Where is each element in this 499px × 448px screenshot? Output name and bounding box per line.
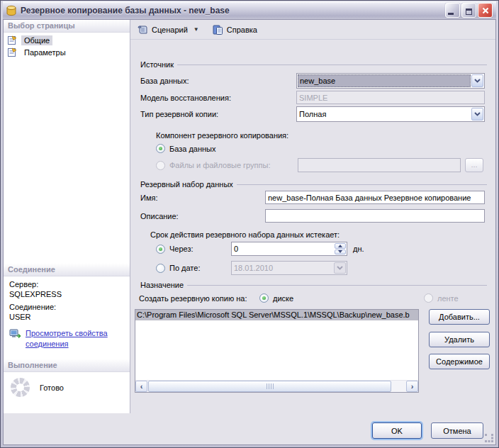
add-button[interactable]: Добавить... bbox=[429, 309, 490, 325]
backup-set-group-header: Резервный набор данных bbox=[140, 179, 490, 189]
dialog-body: Выбор страницы Общие bbox=[3, 19, 496, 445]
chevron-down-icon bbox=[334, 262, 346, 274]
name-field[interactable]: new_base-Полная База данных Резервное ко… bbox=[265, 191, 485, 204]
backup-type-label: Тип резервной копии: bbox=[140, 110, 296, 118]
database-label: База данных: bbox=[140, 77, 296, 85]
sidebar: Выбор страницы Общие bbox=[4, 20, 130, 413]
expire-on-date-radio-label: По дате: bbox=[169, 264, 200, 272]
dropdown-arrow-icon: ▼ bbox=[194, 26, 199, 33]
disk-radio-label: диске bbox=[273, 294, 293, 303]
scroll-left-icon[interactable]: ‹ bbox=[135, 381, 147, 392]
backup-type-combobox[interactable]: Полная bbox=[296, 106, 485, 122]
close-icon bbox=[482, 7, 489, 14]
days-units-label: дн. bbox=[353, 245, 364, 253]
arrow-up-icon bbox=[338, 245, 342, 247]
source-group-header: Источник bbox=[140, 60, 490, 69]
toolbar: Сценарий ▼ Сп bbox=[130, 20, 495, 40]
browse-button[interactable]: ... bbox=[465, 158, 483, 172]
dialog-window: Резервное копирование базы данных - new_… bbox=[0, 0, 499, 448]
maximize-button[interactable] bbox=[461, 3, 476, 18]
sidebar-item-general[interactable]: Общие bbox=[4, 34, 130, 46]
description-field[interactable] bbox=[265, 209, 485, 223]
tape-radio[interactable] bbox=[424, 293, 433, 303]
sidebar-item-options[interactable]: Параметры bbox=[4, 46, 130, 58]
main-panel: Сценарий ▼ Сп bbox=[130, 20, 495, 413]
cancel-button[interactable]: Отмена bbox=[431, 422, 483, 439]
page-edit-icon bbox=[7, 47, 18, 57]
expire-after-radio[interactable] bbox=[156, 245, 165, 254]
contents-button[interactable]: Содержимое bbox=[429, 354, 490, 369]
pages-help-icon bbox=[212, 24, 223, 35]
arrow-down-icon bbox=[338, 250, 342, 253]
titlebar: Резервное копирование базы данных - new_… bbox=[3, 1, 496, 19]
name-label: Имя: bbox=[140, 194, 265, 202]
recovery-model-field: SIMPLE bbox=[296, 91, 485, 104]
progress-header: Выполнение bbox=[4, 359, 130, 372]
window-title: Резервное копирование базы данных - new_… bbox=[21, 6, 442, 16]
minimize-icon bbox=[448, 13, 454, 15]
backup-component-label: Компонент резервного копирования: bbox=[156, 131, 288, 140]
connection-label: Соединение: bbox=[9, 302, 124, 312]
list-item[interactable]: C:\Program Files\Microsoft SQL Server\MS… bbox=[135, 310, 418, 320]
general-page-panel: Источник База данных: new_base Модель во… bbox=[130, 40, 495, 413]
destination-group-header: Назначение bbox=[140, 280, 490, 290]
view-connection-properties-link[interactable]: Просмотреть свойства соединения bbox=[26, 328, 116, 349]
close-button[interactable] bbox=[478, 3, 493, 18]
files-filegroups-field bbox=[298, 158, 461, 172]
scroll-icon bbox=[137, 24, 148, 35]
database-combobox-value: new_base bbox=[298, 74, 471, 87]
expire-after-spinner[interactable]: 0 bbox=[231, 242, 347, 256]
page-edit-icon bbox=[7, 35, 18, 45]
tape-radio-label: ленте bbox=[437, 294, 459, 303]
chevron-down-icon[interactable] bbox=[471, 74, 483, 87]
page-selection-header: Выбор страницы bbox=[4, 20, 130, 33]
database-component-radio-label: База данных bbox=[169, 145, 216, 153]
scroll-right-icon[interactable]: › bbox=[406, 381, 418, 392]
server-label: Сервер: bbox=[9, 279, 124, 289]
chevron-down-icon[interactable] bbox=[471, 108, 483, 121]
help-button-label: Справка bbox=[227, 26, 257, 34]
server-info: Сервер: SQLEXPRESS bbox=[4, 276, 130, 299]
server-value: SQLEXPRESS bbox=[9, 289, 124, 299]
maximize-icon bbox=[466, 9, 472, 15]
backup-destinations-list[interactable]: C:\Program Files\Microsoft SQL Server\MS… bbox=[135, 309, 419, 393]
minimize-button[interactable] bbox=[445, 3, 460, 18]
backup-type-combobox-value: Полная bbox=[297, 107, 471, 121]
resize-grip-icon[interactable] bbox=[485, 434, 493, 442]
expire-after-value: 0 bbox=[232, 242, 334, 255]
scrollbar-track[interactable] bbox=[147, 381, 406, 392]
script-button[interactable]: Сценарий ▼ bbox=[135, 23, 201, 37]
expire-after-radio-label: Через: bbox=[169, 245, 194, 253]
spin-down-button[interactable] bbox=[335, 250, 346, 255]
script-button-label: Сценарий bbox=[152, 26, 188, 34]
recovery-model-label: Модель восстановления: bbox=[140, 94, 296, 102]
computer-link-icon bbox=[9, 328, 21, 340]
database-icon bbox=[6, 5, 17, 16]
spin-up-button[interactable] bbox=[335, 243, 346, 249]
connection-value: USER bbox=[9, 312, 124, 322]
backup-to-label: Создать резервную копию на: bbox=[139, 294, 259, 303]
expire-date-value: 18.01.2010 bbox=[232, 262, 333, 274]
description-label: Описание: bbox=[140, 212, 265, 220]
files-filegroups-radio-label: Файлы и файловые группы: bbox=[169, 161, 270, 169]
progress-status: Готово bbox=[40, 383, 64, 392]
expiration-label: Срок действия резервного набора данных и… bbox=[150, 230, 340, 239]
remove-button[interactable]: Удалить bbox=[429, 332, 490, 347]
footer: OK Отмена bbox=[4, 413, 495, 444]
expire-on-date-radio[interactable] bbox=[156, 264, 165, 273]
help-button[interactable]: Справка bbox=[210, 23, 259, 37]
progress-ring-icon bbox=[11, 378, 30, 397]
scrollbar-thumb[interactable] bbox=[148, 381, 391, 392]
database-component-radio[interactable] bbox=[156, 144, 165, 153]
connection-info: Соединение: USER bbox=[4, 299, 130, 322]
expire-date-combobox: 18.01.2010 bbox=[231, 261, 347, 275]
database-combobox[interactable]: new_base bbox=[296, 73, 485, 89]
sidebar-item-label: Параметры bbox=[21, 47, 69, 57]
disk-radio[interactable] bbox=[259, 293, 269, 303]
sidebar-item-label: Общие bbox=[21, 35, 52, 45]
connection-header: Соединение bbox=[4, 264, 130, 276]
horizontal-scrollbar[interactable]: ‹ › bbox=[135, 380, 418, 392]
ok-button[interactable]: OK bbox=[372, 422, 422, 439]
files-filegroups-radio[interactable] bbox=[156, 161, 165, 170]
